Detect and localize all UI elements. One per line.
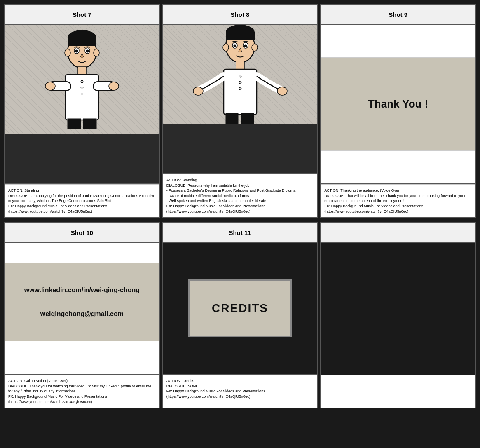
shot-9-bottom xyxy=(321,150,475,183)
shot-10-visual: www.linkedin.com/in/wei-qing-chong weiqi… xyxy=(5,243,159,375)
shot-9-middle: Thank You ! xyxy=(321,58,475,150)
shot-9-description: ACTION: Thanking the audience. (Voice Ov… xyxy=(321,184,475,217)
empty-description xyxy=(321,375,475,408)
storyboard-row-1: Shot 7 xyxy=(4,4,476,218)
character-7-svg xyxy=(41,30,123,129)
shot-7-visual xyxy=(5,25,159,184)
shot-8-panel: Shot 8 xyxy=(162,4,318,218)
svg-rect-38 xyxy=(226,113,238,124)
shot-10-contact: www.linkedin.com/in/wei-qing-chong weiqi… xyxy=(24,284,140,320)
shot-10-bottom xyxy=(5,341,159,374)
svg-point-24 xyxy=(223,44,229,51)
shot-9-top xyxy=(321,25,475,58)
svg-point-8 xyxy=(86,49,89,52)
svg-point-29 xyxy=(244,45,247,47)
svg-point-4 xyxy=(94,49,99,56)
svg-point-33 xyxy=(239,75,241,77)
svg-point-34 xyxy=(239,81,241,84)
shot-8-upper xyxy=(163,25,317,124)
svg-point-37 xyxy=(277,87,287,95)
svg-rect-19 xyxy=(68,119,81,129)
shot-11-visual: CREDITS xyxy=(163,243,317,375)
shot-7-description: ACTION: Standing DIALOGUE: I am applying… xyxy=(5,184,159,217)
shot-7-lower xyxy=(5,134,159,183)
svg-point-28 xyxy=(233,45,236,47)
svg-point-18 xyxy=(109,82,119,90)
svg-point-3 xyxy=(65,49,70,56)
character-8-svg xyxy=(191,25,290,124)
shot-10-header: Shot 10 xyxy=(5,223,159,243)
svg-point-7 xyxy=(75,49,78,52)
empty-visual xyxy=(321,243,475,375)
svg-rect-39 xyxy=(241,113,254,124)
svg-rect-23 xyxy=(226,32,255,40)
shot-9-panel: Shot 9 Thank You ! ACTION: Thanking the … xyxy=(320,4,476,218)
svg-point-14 xyxy=(81,93,83,95)
svg-point-25 xyxy=(252,44,258,51)
shot-10-middle: www.linkedin.com/in/wei-qing-chong weiqi… xyxy=(5,263,159,341)
shot-10-description: ACTION: Call to Action (Voice Over) DIAL… xyxy=(5,375,159,408)
credits-box: CREDITS xyxy=(188,279,291,337)
svg-rect-20 xyxy=(83,119,96,129)
empty-panel xyxy=(320,222,476,408)
svg-point-13 xyxy=(81,87,83,89)
svg-rect-30 xyxy=(236,61,244,69)
shot-10-panel: Shot 10 www.linkedin.com/in/wei-qing-cho… xyxy=(4,222,160,408)
svg-point-36 xyxy=(193,87,203,95)
shot-10-top xyxy=(5,243,159,263)
shot-9-visual: Thank You ! xyxy=(321,25,475,184)
shot-11-description: ACTION: Credits. DIALOGUE: NONE FX: Happ… xyxy=(163,375,317,408)
svg-point-35 xyxy=(239,87,241,90)
shot-8-header: Shot 8 xyxy=(163,5,317,25)
shot-8-visual xyxy=(163,25,317,174)
shot-7-header: Shot 7 xyxy=(5,5,159,25)
shot-11-panel: Shot 11 CREDITS ACTION: Credits. DIALOGU… xyxy=(162,222,318,408)
shot-7-panel: Shot 7 xyxy=(4,4,160,218)
shot-8-description: ACTION: Standing DIALOGUE: Reasons why I… xyxy=(163,174,317,217)
storyboard-row-2: Shot 10 www.linkedin.com/in/wei-qing-cho… xyxy=(4,222,476,408)
shot-7-upper xyxy=(5,25,159,134)
svg-rect-2 xyxy=(68,38,96,46)
svg-rect-9 xyxy=(78,66,86,75)
svg-point-12 xyxy=(81,80,83,83)
shot-8-lower xyxy=(163,124,317,173)
svg-point-17 xyxy=(45,82,55,90)
shot-11-header: Shot 11 xyxy=(163,223,317,243)
empty-header xyxy=(321,223,475,243)
shot-9-header: Shot 9 xyxy=(321,5,475,25)
